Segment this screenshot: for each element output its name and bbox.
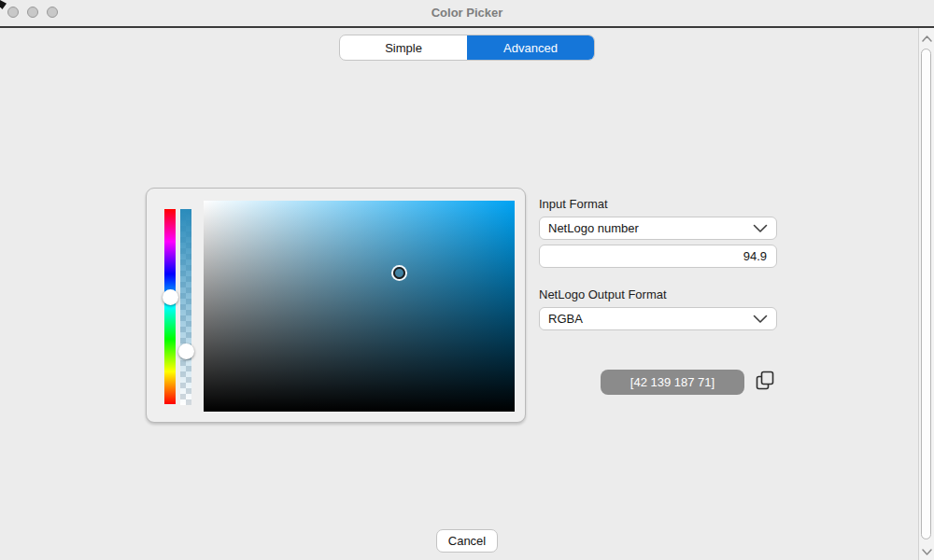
titlebar: Color Picker [0,0,934,28]
color-selector-ring[interactable] [393,267,405,279]
scrollbar-up-button[interactable] [920,30,934,45]
cancel-button[interactable]: Cancel [436,529,498,553]
color-picker-window: Color Picker Simple Advanced Input Forma… [0,0,934,560]
hue-slider-thumb[interactable] [163,289,178,305]
copy-icon [754,369,775,395]
output-format-label: NetLogo Output Format [539,287,667,301]
copy-button[interactable] [750,368,778,396]
saturation-value-gradient[interactable] [204,201,515,412]
window-title: Color Picker [0,0,934,26]
input-format-label: Input Format [539,197,608,211]
output-format-dropdown[interactable]: RGBA [539,307,777,330]
alpha-slider-thumb[interactable] [178,343,194,359]
output-format-dropdown-value: RGBA [548,312,583,326]
chevron-down-icon [753,224,768,233]
chevron-down-icon [753,315,768,324]
tab-advanced[interactable]: Advanced [467,35,594,60]
tab-simple[interactable]: Simple [340,35,467,60]
chevron-down-icon [922,544,932,558]
output-value-pill: [42 139 187 71] [601,370,744,395]
hue-slider-track[interactable] [164,209,176,404]
vertical-scrollbar [918,28,934,560]
mode-segmented-control: Simple Advanced [339,35,595,61]
alpha-slider-track[interactable] [180,209,191,405]
input-format-dropdown-value: NetLogo number [548,221,639,235]
color-picker-panel [146,188,526,423]
input-format-dropdown[interactable]: NetLogo number [539,217,777,240]
scrollbar-thumb[interactable] [921,49,931,539]
chevron-up-icon [922,31,932,45]
number-value-input[interactable] [539,245,777,268]
scrollbar-down-button[interactable] [920,543,934,558]
